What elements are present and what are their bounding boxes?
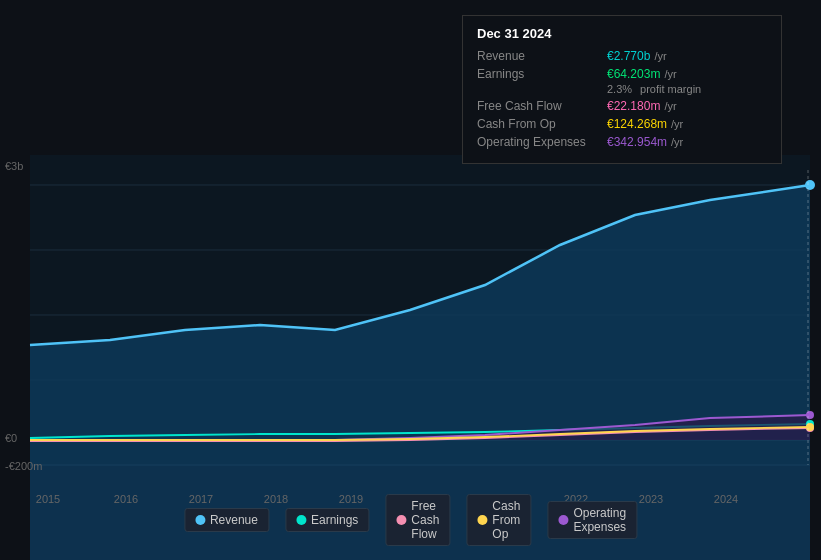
legend-label-fcf: Free Cash Flow [411, 499, 439, 541]
legend-label-opex: Operating Expenses [573, 506, 626, 534]
x-label-2016: 2016 [114, 493, 138, 505]
tooltip-revenue-unit: /yr [654, 50, 666, 62]
legend-label-earnings: Earnings [311, 513, 358, 527]
tooltip-opex-value: €342.954m [607, 135, 667, 149]
tooltip-box: Dec 31 2024 Revenue €2.770b /yr Earnings… [462, 15, 782, 164]
tooltip-opex-label: Operating Expenses [477, 135, 607, 149]
tooltip-cashop-label: Cash From Op [477, 117, 607, 131]
tooltip-earnings-label: Earnings [477, 67, 607, 81]
tooltip-cashop-unit: /yr [671, 118, 683, 130]
svg-point-9 [805, 180, 815, 190]
legend-fcf[interactable]: Free Cash Flow [385, 494, 450, 546]
legend-earnings[interactable]: Earnings [285, 508, 369, 532]
legend-dot-earnings [296, 515, 306, 525]
tooltip-cashop-value: €124.268m [607, 117, 667, 131]
tooltip-fcf-unit: /yr [664, 100, 676, 112]
tooltip-earnings-row: Earnings €64.203m /yr [477, 67, 767, 81]
tooltip-fcf-row: Free Cash Flow €22.180m /yr [477, 99, 767, 113]
legend-dot-opex [558, 515, 568, 525]
svg-point-13 [806, 423, 814, 431]
chart-container: €3b €0 -€200m 2015 2016 2017 2018 2019 2… [0, 0, 821, 560]
y-label-minus200m: -€200m [5, 460, 42, 472]
tooltip-profit-pct: 2.3% [607, 83, 632, 95]
chart-legend: Revenue Earnings Free Cash Flow Cash Fro… [184, 494, 637, 546]
legend-label-cashop: Cash From Op [492, 499, 520, 541]
tooltip-revenue-label: Revenue [477, 49, 607, 63]
legend-revenue[interactable]: Revenue [184, 508, 269, 532]
legend-dot-fcf [396, 515, 406, 525]
tooltip-fcf-value: €22.180m [607, 99, 660, 113]
svg-point-11 [806, 411, 814, 419]
tooltip-profit-label: profit margin [640, 83, 701, 95]
tooltip-opex-unit: /yr [671, 136, 683, 148]
tooltip-cashop-row: Cash From Op €124.268m /yr [477, 117, 767, 131]
tooltip-earnings-value: €64.203m [607, 67, 660, 81]
tooltip-revenue-value: €2.770b [607, 49, 650, 63]
tooltip-date: Dec 31 2024 [477, 26, 767, 41]
legend-dot-cashop [477, 515, 487, 525]
tooltip-earnings-unit: /yr [664, 68, 676, 80]
y-label-3b: €3b [5, 160, 23, 172]
tooltip-opex-row: Operating Expenses €342.954m /yr [477, 135, 767, 149]
x-label-2015: 2015 [36, 493, 60, 505]
x-label-2024: 2024 [714, 493, 738, 505]
tooltip-revenue-row: Revenue €2.770b /yr [477, 49, 767, 63]
legend-dot-revenue [195, 515, 205, 525]
tooltip-fcf-label: Free Cash Flow [477, 99, 607, 113]
legend-label-revenue: Revenue [210, 513, 258, 527]
tooltip-profit-margin-row: 2.3% profit margin [607, 83, 767, 95]
legend-opex[interactable]: Operating Expenses [547, 501, 637, 539]
y-label-0: €0 [5, 432, 17, 444]
x-label-2023: 2023 [639, 493, 663, 505]
legend-cashop[interactable]: Cash From Op [466, 494, 531, 546]
